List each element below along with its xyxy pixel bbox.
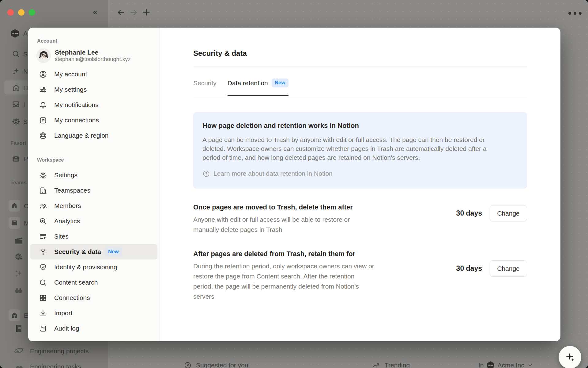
teamspace-icon-box-3[interactable] — [9, 309, 20, 321]
school-emoji-icon — [11, 312, 18, 319]
setting-heading: After pages are deleted from Trash, reta… — [193, 249, 401, 259]
page-label-engineering-projects[interactable]: Engineering projects — [30, 347, 89, 355]
new-badge: New — [105, 247, 122, 256]
sidebar-item-connections[interactable]: Connections — [30, 290, 157, 305]
settings-modal: Account Stephanie Lee stephanie@toolsfor… — [28, 28, 560, 341]
account-user-row[interactable]: Stephanie Lee stephanie@toolsforthought.… — [28, 48, 160, 63]
home-label-fragment: H — [23, 84, 28, 92]
workspace-menu: Settings Teamspaces Members Analytics Si… — [28, 167, 160, 336]
user-email: stephanie@toolsforthought.xyz — [55, 56, 130, 63]
notion-ai-floating-button[interactable] — [559, 346, 581, 368]
sidebar-collapse-icon[interactable]: « — [93, 7, 97, 17]
user-name: Stephanie Lee — [55, 48, 130, 56]
binoculars-emoji-icon[interactable] — [14, 286, 24, 295]
chevron-down-icon — [527, 362, 533, 368]
home-icon[interactable] — [12, 83, 21, 92]
sidebar-item-my-connections[interactable]: My connections — [30, 113, 157, 128]
sidebar-item-content-search[interactable]: Content search — [30, 275, 157, 290]
sidebar-item-analytics[interactable]: Analytics — [30, 213, 157, 229]
account-section-header: Account — [28, 38, 160, 44]
clapperboard-emoji-icon[interactable] — [13, 235, 24, 245]
setting-heading: Once pages are moved to Trash, delete th… — [193, 203, 401, 212]
sparkles-emoji-icon[interactable] — [14, 269, 24, 278]
teamspace-icon-box-2[interactable] — [9, 217, 20, 229]
tab-data-retention[interactable]: Data retention New — [228, 79, 288, 96]
setting-row-trash-delete: Once pages are moved to Trash, delete th… — [193, 203, 527, 235]
globe-icon — [38, 131, 47, 140]
notion-ai-icon[interactable] — [12, 67, 20, 75]
notebook-emoji-icon[interactable] — [14, 324, 24, 333]
setting-description: Anyone with edit or full access will be … — [193, 214, 401, 235]
more-options-icon[interactable] — [566, 10, 582, 16]
page-label-engineering-tasks[interactable]: Engineering tasks — [30, 363, 81, 368]
teamspace-label-fragment-3: E — [24, 312, 28, 319]
ai-sparkle-icon — [564, 351, 576, 363]
key-icon — [38, 247, 47, 256]
phone-emoji-icon[interactable] — [11, 153, 21, 163]
change-button[interactable]: Change — [490, 260, 527, 277]
trending-section[interactable]: Trending — [372, 361, 410, 368]
suggested-for-you-section[interactable]: Suggested for you — [184, 361, 248, 368]
shell-emoji-icon[interactable] — [14, 251, 24, 262]
comet-emoji-icon[interactable] — [13, 345, 24, 356]
favorites-header-fragment: Favori — [10, 140, 26, 146]
sliders-icon — [38, 85, 47, 94]
tab-security[interactable]: Security — [193, 79, 217, 96]
setting-row-retention-period: After pages are deleted from Trash, reta… — [193, 249, 527, 301]
scroll-icon — [38, 324, 47, 333]
sidebar-item-my-account[interactable]: My account — [30, 67, 157, 82]
nav-back-icon[interactable] — [117, 8, 125, 17]
change-button[interactable]: Change — [490, 205, 527, 221]
inbox-label-fragment: I — [23, 101, 25, 108]
nav-forward-icon[interactable] — [130, 8, 138, 17]
settings-gear-icon[interactable] — [12, 117, 21, 126]
sidebar-item-my-notifications[interactable]: My notifications — [30, 97, 157, 113]
tab-bar: Security Data retention New — [193, 67, 527, 96]
retention-info-callout: How page deletion and retention works in… — [193, 112, 527, 189]
sidebar-item-identity-provisioning[interactable]: Identity & provisioning — [30, 259, 157, 275]
page-title: Security & data — [193, 48, 527, 58]
bell-icon — [38, 100, 47, 109]
house-emoji-icon — [11, 202, 18, 209]
avatar — [36, 48, 51, 63]
film-box-emoji-icon — [11, 219, 18, 227]
callout-heading: How page deletion and retention works in… — [202, 121, 518, 130]
app-window: « ACME A S N H I S Favori P Teams C M E … — [0, 0, 588, 368]
minimize-window-button[interactable] — [18, 9, 24, 16]
building-icon — [38, 186, 47, 195]
sidebar-item-settings[interactable]: Settings — [30, 167, 157, 183]
teamspace-icon-box-1[interactable] — [9, 200, 20, 212]
ai-label-fragment: N — [23, 68, 28, 75]
workspace-section-header: Workspace — [28, 157, 160, 163]
sidebar-item-sites[interactable]: Sites — [30, 229, 157, 244]
binoculars-emoji-icon-2[interactable] — [15, 362, 24, 368]
sidebar-item-teamspaces[interactable]: Teamspaces — [30, 183, 157, 198]
sidebar-item-security-data[interactable]: Security & data New — [30, 244, 157, 259]
sidebar-item-language-region[interactable]: Language & region — [30, 128, 157, 143]
sidebar-item-members[interactable]: Members — [30, 198, 157, 213]
two-people-icon — [38, 201, 47, 210]
setting-description: During the retention period, only worksp… — [193, 261, 401, 301]
teamspace-label-fragment-1: C — [24, 202, 28, 210]
inbox-icon[interactable] — [12, 100, 20, 109]
shield-check-icon — [38, 263, 47, 272]
magnifier-icon — [38, 278, 47, 287]
settings-label-fragment: S — [23, 118, 28, 125]
arrow-out-box-icon — [38, 116, 47, 125]
setting-value: 30 days — [456, 209, 482, 217]
sidebar-item-audit-log[interactable]: Audit log — [30, 321, 157, 336]
zoom-window-button[interactable] — [29, 9, 35, 16]
learn-more-link[interactable]: Learn more about data retention in Notio… — [202, 169, 518, 178]
workspace-name-fragment[interactable]: A — [23, 30, 28, 37]
download-arrow-icon — [38, 309, 47, 318]
search-icon[interactable] — [12, 50, 20, 58]
workspace-mini-logo: ACME — [487, 361, 495, 368]
account-menu: My account My settings My notifications … — [28, 67, 160, 143]
new-tab-icon[interactable] — [142, 8, 151, 17]
search-label-fragment: S — [23, 51, 28, 58]
workspace-filter-dropdown[interactable]: In ACME Acme Inc — [478, 361, 533, 368]
settings-sidebar: Account Stephanie Lee stephanie@toolsfor… — [28, 28, 160, 341]
close-window-button[interactable] — [7, 9, 14, 16]
sidebar-item-my-settings[interactable]: My settings — [30, 82, 157, 97]
sidebar-item-import[interactable]: Import — [30, 305, 157, 321]
